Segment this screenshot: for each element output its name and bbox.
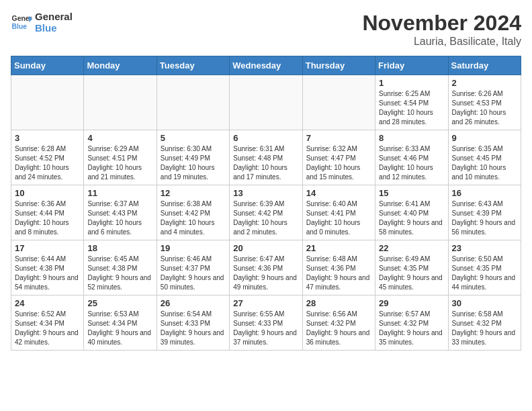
day-cell [84, 75, 157, 130]
day-info: Sunrise: 6:58 AM Sunset: 4:32 PM Dayligh… [452, 310, 517, 347]
day-cell: 16Sunrise: 6:43 AM Sunset: 4:39 PM Dayli… [448, 185, 521, 240]
week-row-3: 10Sunrise: 6:36 AM Sunset: 4:44 PM Dayli… [11, 185, 521, 240]
day-cell: 25Sunrise: 6:53 AM Sunset: 4:34 PM Dayli… [84, 295, 157, 351]
day-number: 24 [15, 298, 80, 308]
day-info: Sunrise: 6:25 AM Sunset: 4:54 PM Dayligh… [379, 89, 444, 127]
day-cell: 8Sunrise: 6:33 AM Sunset: 4:46 PM Daylig… [375, 130, 448, 185]
day-number: 15 [379, 188, 444, 198]
logo-icon: General Blue [11, 11, 32, 33]
logo-general: General [35, 11, 73, 22]
day-number: 16 [452, 188, 517, 198]
day-cell [11, 75, 84, 130]
day-info: Sunrise: 6:39 AM Sunset: 4:42 PM Dayligh… [233, 199, 298, 237]
day-number: 30 [452, 298, 517, 308]
day-info: Sunrise: 6:54 AM Sunset: 4:33 PM Dayligh… [161, 310, 226, 347]
day-number: 2 [452, 78, 517, 88]
day-info: Sunrise: 6:41 AM Sunset: 4:40 PM Dayligh… [379, 199, 444, 237]
day-info: Sunrise: 6:49 AM Sunset: 4:35 PM Dayligh… [379, 255, 444, 292]
day-cell: 3Sunrise: 6:28 AM Sunset: 4:52 PM Daylig… [11, 130, 84, 185]
day-cell: 6Sunrise: 6:31 AM Sunset: 4:48 PM Daylig… [230, 130, 302, 185]
day-number: 12 [161, 188, 226, 198]
day-cell: 21Sunrise: 6:48 AM Sunset: 4:36 PM Dayli… [302, 240, 375, 295]
day-cell: 9Sunrise: 6:35 AM Sunset: 4:45 PM Daylig… [448, 130, 521, 185]
day-info: Sunrise: 6:31 AM Sunset: 4:48 PM Dayligh… [233, 144, 298, 182]
weekday-header-row: SundayMondayTuesdayWednesdayThursdayFrid… [11, 56, 521, 75]
day-number: 25 [87, 298, 152, 308]
day-cell: 30Sunrise: 6:58 AM Sunset: 4:32 PM Dayli… [448, 295, 521, 351]
day-number: 7 [306, 133, 371, 143]
day-number: 18 [87, 243, 152, 253]
day-cell: 15Sunrise: 6:41 AM Sunset: 4:40 PM Dayli… [375, 185, 448, 240]
day-info: Sunrise: 6:45 AM Sunset: 4:38 PM Dayligh… [87, 255, 152, 292]
day-cell: 12Sunrise: 6:38 AM Sunset: 4:42 PM Dayli… [157, 185, 229, 240]
day-info: Sunrise: 6:47 AM Sunset: 4:36 PM Dayligh… [233, 255, 298, 292]
day-cell: 23Sunrise: 6:50 AM Sunset: 4:35 PM Dayli… [448, 240, 521, 295]
day-info: Sunrise: 6:53 AM Sunset: 4:34 PM Dayligh… [87, 310, 152, 347]
day-info: Sunrise: 6:44 AM Sunset: 4:38 PM Dayligh… [15, 255, 80, 292]
day-number: 26 [161, 298, 226, 308]
day-info: Sunrise: 6:28 AM Sunset: 4:52 PM Dayligh… [15, 144, 80, 182]
day-cell: 1Sunrise: 6:25 AM Sunset: 4:54 PM Daylig… [375, 75, 448, 130]
title-block: November 2024 Lauria, Basilicate, Italy [362, 11, 521, 48]
location-subtitle: Lauria, Basilicate, Italy [362, 36, 521, 48]
day-number: 4 [87, 133, 152, 143]
day-cell: 17Sunrise: 6:44 AM Sunset: 4:38 PM Dayli… [11, 240, 84, 295]
day-cell: 27Sunrise: 6:55 AM Sunset: 4:33 PM Dayli… [230, 295, 302, 351]
day-cell: 4Sunrise: 6:29 AM Sunset: 4:51 PM Daylig… [84, 130, 157, 185]
day-number: 19 [161, 243, 226, 253]
day-info: Sunrise: 6:48 AM Sunset: 4:36 PM Dayligh… [306, 255, 371, 292]
day-cell: 13Sunrise: 6:39 AM Sunset: 4:42 PM Dayli… [230, 185, 302, 240]
day-cell: 11Sunrise: 6:37 AM Sunset: 4:43 PM Dayli… [84, 185, 157, 240]
day-number: 3 [15, 133, 80, 143]
day-cell: 14Sunrise: 6:40 AM Sunset: 4:41 PM Dayli… [302, 185, 375, 240]
day-cell: 28Sunrise: 6:56 AM Sunset: 4:32 PM Dayli… [302, 295, 375, 351]
week-row-2: 3Sunrise: 6:28 AM Sunset: 4:52 PM Daylig… [11, 130, 521, 185]
day-info: Sunrise: 6:46 AM Sunset: 4:37 PM Dayligh… [161, 255, 226, 292]
day-cell: 24Sunrise: 6:52 AM Sunset: 4:34 PM Dayli… [11, 295, 84, 351]
weekday-header-sunday: Sunday [11, 56, 84, 75]
day-number: 14 [306, 188, 371, 198]
day-info: Sunrise: 6:50 AM Sunset: 4:35 PM Dayligh… [452, 255, 517, 292]
day-info: Sunrise: 6:37 AM Sunset: 4:43 PM Dayligh… [87, 199, 152, 237]
day-number: 28 [306, 298, 371, 308]
day-info: Sunrise: 6:40 AM Sunset: 4:41 PM Dayligh… [306, 199, 371, 237]
month-title: November 2024 [362, 11, 521, 36]
logo-blue: Blue [35, 22, 73, 34]
day-number: 27 [233, 298, 298, 308]
day-cell: 22Sunrise: 6:49 AM Sunset: 4:35 PM Dayli… [375, 240, 448, 295]
weekday-header-thursday: Thursday [302, 56, 375, 75]
day-cell: 5Sunrise: 6:30 AM Sunset: 4:49 PM Daylig… [157, 130, 229, 185]
day-info: Sunrise: 6:52 AM Sunset: 4:34 PM Dayligh… [15, 310, 80, 347]
day-info: Sunrise: 6:26 AM Sunset: 4:53 PM Dayligh… [452, 89, 517, 127]
week-row-5: 24Sunrise: 6:52 AM Sunset: 4:34 PM Dayli… [11, 295, 521, 351]
day-number: 29 [379, 298, 444, 308]
week-row-1: 1Sunrise: 6:25 AM Sunset: 4:54 PM Daylig… [11, 75, 521, 130]
day-cell: 7Sunrise: 6:32 AM Sunset: 4:47 PM Daylig… [302, 130, 375, 185]
weekday-header-friday: Friday [375, 56, 448, 75]
day-number: 1 [379, 78, 444, 88]
day-cell [230, 75, 302, 130]
day-cell: 18Sunrise: 6:45 AM Sunset: 4:38 PM Dayli… [84, 240, 157, 295]
day-info: Sunrise: 6:43 AM Sunset: 4:39 PM Dayligh… [452, 199, 517, 237]
day-cell [157, 75, 229, 130]
day-number: 22 [379, 243, 444, 253]
logo: General Blue General Blue [11, 11, 73, 34]
day-number: 10 [15, 188, 80, 198]
day-number: 11 [87, 188, 152, 198]
day-info: Sunrise: 6:56 AM Sunset: 4:32 PM Dayligh… [306, 310, 371, 347]
day-number: 20 [233, 243, 298, 253]
day-number: 9 [452, 133, 517, 143]
day-number: 5 [161, 133, 226, 143]
day-info: Sunrise: 6:57 AM Sunset: 4:32 PM Dayligh… [379, 310, 444, 347]
day-info: Sunrise: 6:55 AM Sunset: 4:33 PM Dayligh… [233, 310, 298, 347]
day-cell: 2Sunrise: 6:26 AM Sunset: 4:53 PM Daylig… [448, 75, 521, 130]
day-info: Sunrise: 6:35 AM Sunset: 4:45 PM Dayligh… [452, 144, 517, 182]
week-row-4: 17Sunrise: 6:44 AM Sunset: 4:38 PM Dayli… [11, 240, 521, 295]
day-cell: 10Sunrise: 6:36 AM Sunset: 4:44 PM Dayli… [11, 185, 84, 240]
day-cell: 26Sunrise: 6:54 AM Sunset: 4:33 PM Dayli… [157, 295, 229, 351]
svg-text:Blue: Blue [12, 23, 28, 30]
day-info: Sunrise: 6:29 AM Sunset: 4:51 PM Dayligh… [87, 144, 152, 182]
day-number: 6 [233, 133, 298, 143]
day-number: 17 [15, 243, 80, 253]
day-number: 23 [452, 243, 517, 253]
